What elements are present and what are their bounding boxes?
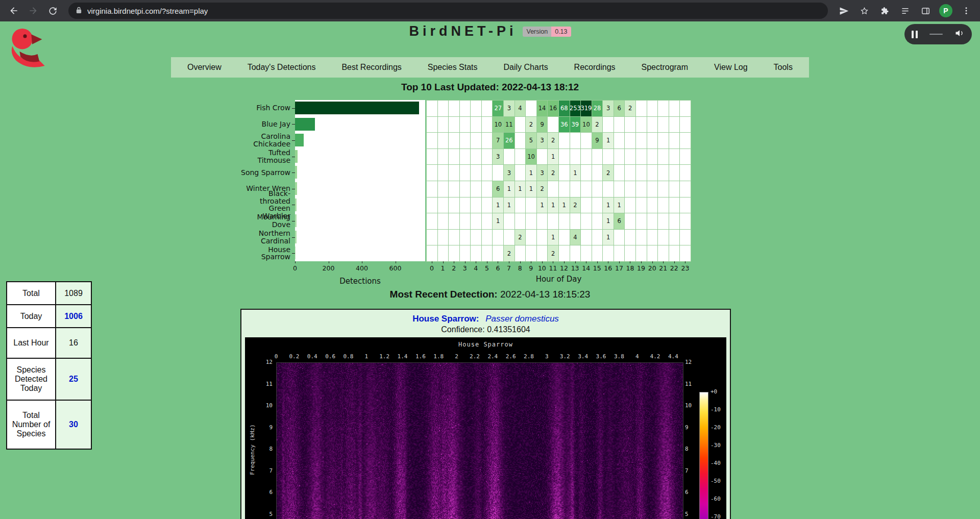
- heatmap-cell: [449, 133, 460, 149]
- x-tick-mark: [396, 261, 396, 263]
- profile-avatar[interactable]: P: [937, 2, 954, 19]
- most-recent-detection: Most Recent Detection: 2022-04-13 18:15:…: [0, 289, 980, 300]
- nav-item-species-stats[interactable]: Species Stats: [428, 63, 478, 72]
- heatmap-cell: [482, 245, 493, 262]
- heatmap-cell: 2: [504, 245, 515, 262]
- heatmap-cell: 36: [559, 117, 570, 133]
- heatmap-cell: [460, 101, 471, 117]
- forward-button[interactable]: [24, 2, 42, 19]
- volume-icon[interactable]: [954, 28, 965, 40]
- side-panel-icon[interactable]: [917, 2, 934, 19]
- x-tick-mark: [575, 261, 576, 263]
- stats-value-link[interactable]: 25: [56, 358, 91, 400]
- heatmap-cell: [559, 230, 570, 246]
- heatmap-cell: [581, 181, 592, 197]
- seek-bar[interactable]: [929, 34, 943, 35]
- nav-bar: OverviewToday's DetectionsBest Recording…: [171, 57, 809, 78]
- x-tick-mark: [553, 261, 553, 263]
- heatmap-cell: [636, 117, 647, 133]
- heatmap-cell: [625, 117, 636, 133]
- detection-common-name-link[interactable]: House Sparrow:: [412, 314, 479, 324]
- heatmap-cell: 1: [526, 165, 537, 181]
- heatmap-cell: 2: [526, 117, 537, 133]
- heatmap-cell: [438, 197, 449, 214]
- heatmap-cell: 10: [493, 117, 504, 133]
- heatmap-cell: [471, 230, 482, 246]
- heatmap-xtick-label: 9: [529, 264, 533, 272]
- heatmap-cell: [625, 197, 636, 214]
- heatmap-cell: [471, 245, 482, 262]
- heatmap-cell: [438, 245, 449, 262]
- spectrogram-time-tick: 2: [455, 353, 458, 360]
- nav-item-today-s-detections[interactable]: Today's Detections: [248, 63, 316, 72]
- detection-panel: House Sparrow: Passer domesticus Confide…: [240, 309, 731, 519]
- heatmap-cell: [482, 149, 493, 165]
- stats-label: Today: [7, 305, 56, 328]
- heatmap-xtick-label: 1: [441, 264, 445, 272]
- db-scale-tick: -50: [710, 478, 721, 484]
- heatmap-cell: 3: [537, 133, 548, 149]
- stats-value-link[interactable]: 1006: [56, 305, 91, 328]
- nav-item-recordings[interactable]: Recordings: [574, 63, 616, 72]
- send-icon[interactable]: [835, 2, 852, 19]
- pause-button[interactable]: [912, 31, 918, 38]
- browser-toolbar: virginia.birdnetpi.com/?stream=play P: [0, 0, 980, 21]
- heatmap-cell: 2: [548, 165, 559, 181]
- heatmap-cell: [614, 133, 625, 149]
- heatmap-xtick-label: 8: [518, 264, 522, 272]
- heatmap-cell: 1: [537, 197, 548, 214]
- heatmap-cell: [669, 245, 680, 262]
- heatmap-cell: [427, 149, 438, 165]
- heatmap-cell: [669, 149, 680, 165]
- detections-bar: [295, 246, 296, 259]
- heatmap-cell: [680, 149, 691, 165]
- spectrogram-freq-tick-left: 10: [259, 402, 273, 409]
- heatmap-cell: [581, 133, 592, 149]
- spectrogram-image: House Sparrow Frequency (kHz) 00.20.40.6…: [245, 337, 726, 519]
- x-tick-mark: [586, 261, 586, 263]
- heatmap-cell: [658, 149, 669, 165]
- heatmap-cell: [460, 181, 471, 197]
- heatmap-cell: 27: [493, 101, 504, 117]
- heatmap-cell: 9: [537, 117, 548, 133]
- site-info-lock-icon[interactable]: [76, 6, 82, 15]
- heatmap-cell: [537, 230, 548, 246]
- heatmap-cell: [658, 245, 669, 262]
- reading-list-icon[interactable]: [896, 2, 914, 19]
- audio-player[interactable]: [904, 24, 972, 44]
- heatmap-cell: [669, 213, 680, 230]
- browser-menu-icon[interactable]: [958, 2, 975, 19]
- stats-value-link[interactable]: 30: [56, 400, 91, 449]
- spectrogram-freq-tick-left: 7: [259, 467, 273, 474]
- heatmap-cell: [647, 149, 658, 165]
- heatmap-cell: [614, 117, 625, 133]
- nav-item-overview[interactable]: Overview: [187, 63, 222, 72]
- stats-value: 16: [56, 328, 91, 358]
- back-button[interactable]: [5, 2, 22, 19]
- nav-item-view-log[interactable]: View Log: [714, 63, 748, 72]
- heatmap-cell: [515, 197, 526, 214]
- bookmark-star-icon[interactable]: [855, 2, 873, 19]
- confidence-value: 0.41351604: [487, 325, 530, 334]
- heatmap-cell: [636, 165, 647, 181]
- detection-scientific-name-link[interactable]: Passer domesticus: [485, 314, 559, 324]
- bar-category-label: Song Sparrow: [240, 164, 292, 181]
- nav-item-daily-charts[interactable]: Daily Charts: [504, 63, 548, 72]
- heatmap-cell: [482, 101, 493, 117]
- x-tick-mark: [630, 261, 630, 263]
- top10-bar-chart: [295, 100, 425, 261]
- nav-item-spectrogram[interactable]: Spectrogram: [642, 63, 689, 72]
- url-bar[interactable]: virginia.birdnetpi.com/?stream=play: [68, 3, 828, 19]
- reload-button[interactable]: [44, 2, 61, 19]
- nav-item-tools[interactable]: Tools: [774, 63, 793, 72]
- heatmap-cell: [559, 165, 570, 181]
- extensions-icon[interactable]: [876, 2, 893, 19]
- nav-item-best-recordings[interactable]: Best Recordings: [341, 63, 401, 72]
- spectrogram-time-tick: 1: [364, 353, 368, 360]
- heatmap-cell: [449, 181, 460, 197]
- heatmap-cell: [449, 149, 460, 165]
- version-badge-label: Version: [523, 27, 551, 37]
- heatmap-cell: 1: [504, 181, 515, 197]
- spectrogram-time-tick: 2.6: [506, 353, 516, 360]
- spectrogram-freq-tick-left: 8: [259, 446, 273, 452]
